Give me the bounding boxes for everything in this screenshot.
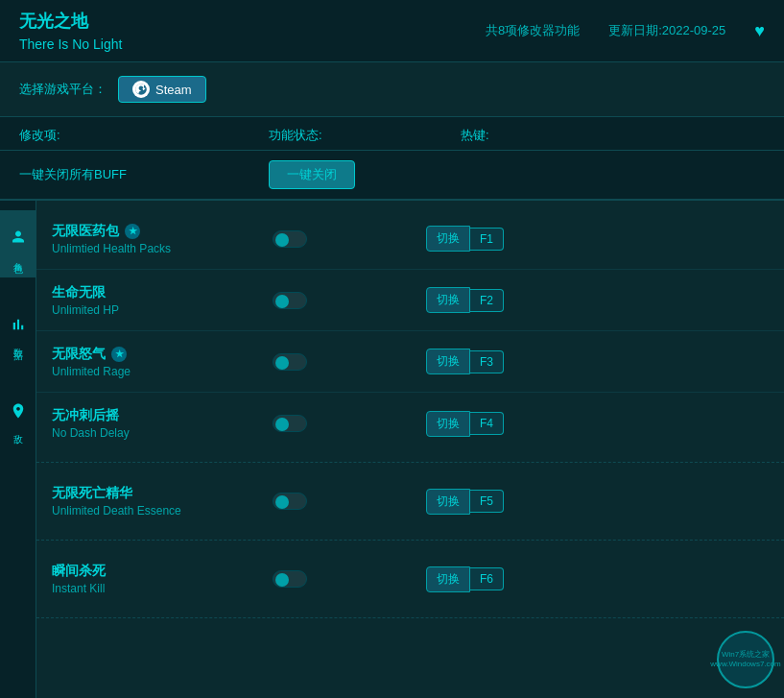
hotkey-button-4[interactable]: 切换 F5 bbox=[426, 489, 504, 515]
table-row: 无限医药包 ★ Unlimtied Health Packs 切换 F1 bbox=[36, 208, 784, 270]
steam-label: Steam bbox=[155, 83, 192, 97]
hotkey-switch-label[interactable]: 切换 bbox=[426, 566, 470, 592]
sidebar-section-character[interactable]: 角色 bbox=[0, 210, 36, 277]
hotkey-switch-label[interactable]: 切换 bbox=[426, 349, 470, 374]
column-headers: 修改项: 功能状态: 热键: bbox=[0, 117, 784, 151]
hotkey-button-1[interactable]: 切换 F2 bbox=[426, 287, 504, 313]
data-section: 无限死亡精华 Unlimited Death Essence 切换 F5 bbox=[36, 463, 784, 541]
toggle-switch-4[interactable] bbox=[273, 493, 307, 510]
table-row: 无冲刺后摇 No Dash Delay 切换 F4 bbox=[36, 393, 784, 454]
sidebar-data-label: 数据 bbox=[12, 341, 25, 345]
game-title-cn: 无光之地 bbox=[19, 10, 122, 33]
mod-name-en: Unlimited Rage bbox=[52, 365, 273, 378]
hotkey-switch-label[interactable]: 切换 bbox=[426, 287, 470, 313]
kill-all-button[interactable]: 一键关闭 bbox=[269, 160, 355, 189]
mod-name-en: Instant Kill bbox=[52, 582, 273, 595]
mod-name-en: Unlimited HP bbox=[52, 303, 273, 317]
hotkey-col: 切换 F6 bbox=[426, 566, 504, 592]
watermark: Win7系统之家 www.Windows7.com bbox=[717, 631, 774, 688]
mod-name-cn: 无限死亡精华 bbox=[52, 485, 273, 502]
toggle-switch-2[interactable] bbox=[273, 353, 307, 371]
toggle-knob bbox=[275, 573, 289, 587]
mod-name-en: Unlimited Death Essence bbox=[52, 504, 273, 517]
mod-name-col: 无限医药包 ★ Unlimtied Health Packs bbox=[52, 223, 273, 255]
sidebar-character-label: 角色 bbox=[12, 254, 25, 258]
toggle-knob bbox=[275, 295, 289, 308]
hotkey-key-label: F5 bbox=[470, 490, 504, 513]
toggle-switch-3[interactable] bbox=[273, 415, 307, 432]
steam-button[interactable]: Steam bbox=[118, 76, 206, 103]
col-status-label: 功能状态: bbox=[269, 127, 461, 144]
header-meta: 共8项修改器功能 更新日期:2022-09-25 ♥ bbox=[486, 21, 765, 41]
toggle-col bbox=[273, 570, 426, 588]
hotkey-col: 切换 F4 bbox=[426, 411, 504, 437]
platform-label: 选择游戏平台： bbox=[19, 81, 107, 98]
hotkey-switch-label[interactable]: 切换 bbox=[426, 411, 470, 437]
mod-name-cn: 生命无限 bbox=[52, 284, 273, 301]
hotkey-key-label: F3 bbox=[470, 350, 504, 373]
mod-name-cn: 无冲刺后摇 bbox=[52, 407, 273, 424]
mod-name-col: 无限死亡精华 Unlimited Death Essence bbox=[52, 485, 273, 517]
hotkey-key-label: F6 bbox=[470, 567, 504, 590]
mod-name-cn: 无限医药包 ★ bbox=[52, 223, 273, 240]
sidebar-enemy-label: 敌 bbox=[12, 427, 25, 429]
toggle-knob bbox=[275, 233, 289, 247]
mod-name-col: 无冲刺后摇 No Dash Delay bbox=[52, 407, 273, 440]
mod-name-col: 瞬间杀死 Instant Kill bbox=[52, 563, 273, 595]
character-section: 无限医药包 ★ Unlimtied Health Packs 切换 F1 bbox=[36, 201, 784, 463]
hotkey-button-5[interactable]: 切换 F6 bbox=[426, 566, 504, 592]
enemy-section: 瞬间杀死 Instant Kill 切换 F6 bbox=[36, 541, 784, 618]
col-mod-label: 修改项: bbox=[19, 127, 269, 144]
hotkey-key-label: F4 bbox=[470, 412, 504, 435]
kill-all-label: 一键关闭所有BUFF bbox=[19, 166, 269, 183]
table-row: 瞬间杀死 Instant Kill 切换 F6 bbox=[36, 548, 784, 610]
mod-name-en: Unlimtied Health Packs bbox=[52, 242, 273, 255]
hotkey-button-0[interactable]: 切换 F1 bbox=[426, 226, 504, 252]
update-date: 更新日期:2022-09-25 bbox=[608, 22, 725, 39]
mod-name-en: No Dash Delay bbox=[52, 426, 273, 440]
content-area: 无限医药包 ★ Unlimtied Health Packs 切换 F1 bbox=[36, 201, 784, 698]
platform-row: 选择游戏平台： Steam bbox=[0, 62, 784, 117]
toggle-knob bbox=[275, 418, 289, 431]
steam-icon bbox=[132, 81, 150, 98]
star-badge: ★ bbox=[125, 224, 140, 239]
col-hotkey-label: 热键: bbox=[461, 127, 633, 144]
toggle-col bbox=[273, 415, 426, 432]
toggle-switch-1[interactable] bbox=[273, 292, 307, 309]
mod-name-col: 无限怒气 ★ Unlimited Rage bbox=[52, 346, 273, 378]
hotkey-switch-label[interactable]: 切换 bbox=[426, 226, 470, 252]
hotkey-button-2[interactable]: 切换 F3 bbox=[426, 349, 504, 374]
table-row: 无限死亡精华 Unlimited Death Essence 切换 F5 bbox=[36, 470, 784, 532]
toggle-knob bbox=[275, 495, 289, 509]
hotkey-col: 切换 F1 bbox=[426, 226, 504, 252]
table-row: 无限怒气 ★ Unlimited Rage 切换 F3 bbox=[36, 331, 784, 393]
watermark-circle: Win7系统之家 www.Windows7.com bbox=[717, 631, 774, 688]
toggle-knob bbox=[275, 356, 289, 370]
mod-name-col: 生命无限 Unlimited HP bbox=[52, 284, 273, 317]
kill-all-row: 一键关闭所有BUFF 一键关闭 bbox=[0, 151, 784, 200]
toggle-switch-0[interactable] bbox=[273, 230, 307, 248]
sidebar-section-data[interactable]: 数据 bbox=[0, 297, 36, 364]
game-title-en: There Is No Light bbox=[19, 36, 122, 52]
character-icon bbox=[10, 229, 27, 251]
hotkey-button-3[interactable]: 切换 F4 bbox=[426, 411, 504, 437]
title-group: 无光之地 There Is No Light bbox=[19, 10, 122, 52]
hotkey-col: 切换 F5 bbox=[426, 489, 504, 515]
data-icon bbox=[10, 316, 27, 337]
toggle-col bbox=[273, 292, 426, 309]
watermark-text: Win7系统之家 www.Windows7.com bbox=[710, 650, 780, 670]
hotkey-col: 切换 F2 bbox=[426, 287, 504, 313]
sidebar-section-enemy[interactable]: 敌 bbox=[0, 383, 36, 448]
mod-name-cn: 无限怒气 ★ bbox=[52, 346, 273, 363]
favorite-icon[interactable]: ♥ bbox=[754, 21, 765, 41]
hotkey-switch-label[interactable]: 切换 bbox=[426, 489, 470, 515]
table-row: 生命无限 Unlimited HP 切换 F2 bbox=[36, 270, 784, 331]
toggle-switch-5[interactable] bbox=[273, 570, 307, 588]
main-content: 角色 数据 敌 无限医药包 bbox=[0, 201, 784, 698]
hotkey-key-label: F1 bbox=[470, 228, 504, 251]
toggle-col bbox=[273, 230, 426, 248]
hotkey-col: 切换 F3 bbox=[426, 349, 504, 374]
mod-name-cn: 瞬间杀死 bbox=[52, 563, 273, 580]
enemy-icon bbox=[10, 402, 27, 423]
toggle-col bbox=[273, 493, 426, 510]
